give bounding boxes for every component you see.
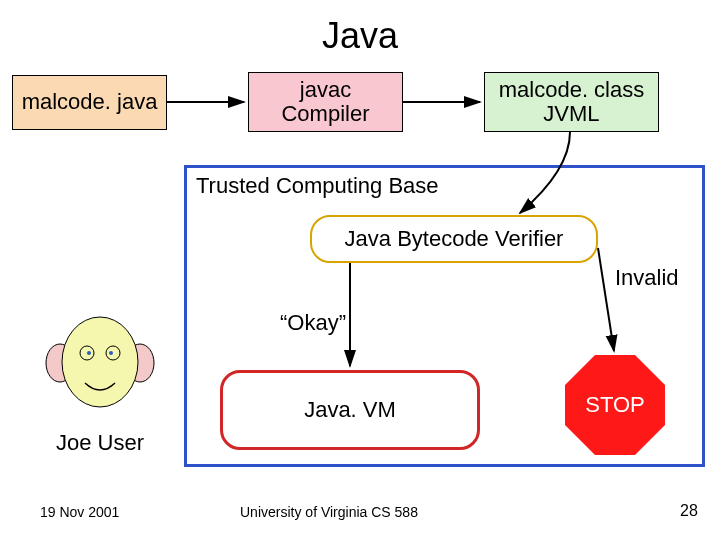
source-file-box: malcode. java [12,75,167,130]
invalid-label: Invalid [615,265,679,291]
slide-title: Java [0,15,720,57]
compiler-label-2: Compiler [281,102,369,126]
footer-center: University of Virginia CS 588 [240,504,418,520]
compiler-box: javac Compiler [248,72,403,132]
svg-point-6 [109,351,113,355]
compiler-label-1: javac [281,78,369,102]
classfile-box: malcode. class JVML [484,72,659,132]
javavm-box: Java. VM [220,370,480,450]
javavm-label: Java. VM [304,397,396,423]
joe-user-label: Joe User [50,430,150,456]
source-file-label: malcode. java [22,90,158,114]
classfile-label-2: JVML [499,102,645,126]
tcb-label: Trusted Computing Base [196,173,439,199]
user-face-icon [45,315,155,410]
footer-page: 28 [680,502,698,520]
bytecode-verifier-label: Java Bytecode Verifier [345,226,564,252]
footer-date: 19 Nov 2001 [40,504,119,520]
bytecode-verifier-box: Java Bytecode Verifier [310,215,598,263]
stop-sign: STOP [565,355,665,455]
svg-point-2 [62,317,138,407]
classfile-label-1: malcode. class [499,78,645,102]
svg-point-5 [87,351,91,355]
okay-label: “Okay” [280,310,346,336]
stop-label: STOP [585,392,645,418]
